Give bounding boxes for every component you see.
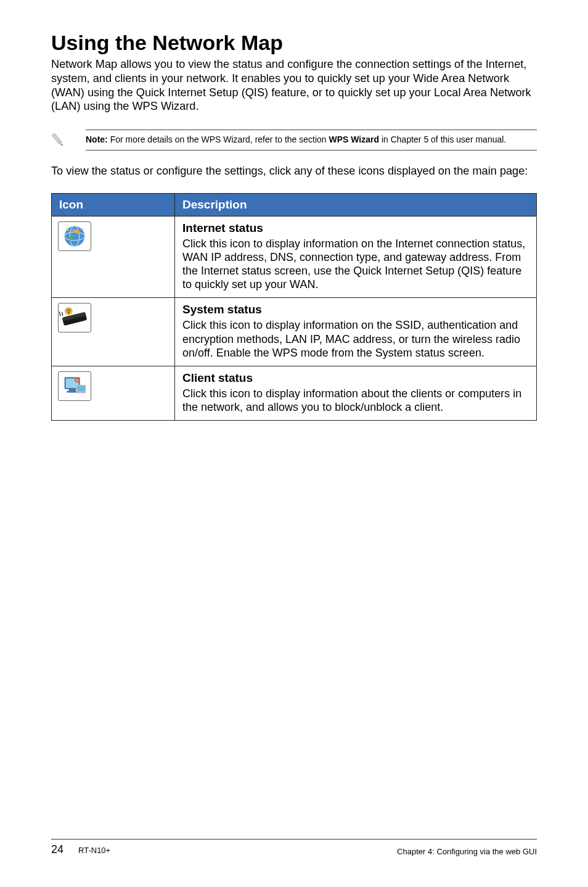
svg-point-7 xyxy=(81,228,83,230)
page-footer: 24 RT-N10+ Chapter 4: Configuring via th… xyxy=(51,839,537,856)
svg-line-10 xyxy=(59,312,60,316)
table-header-description: Description xyxy=(175,193,537,216)
table-row: Internet status Click this icon to displ… xyxy=(52,216,537,298)
table-header-icon: Icon xyxy=(52,193,175,216)
note-strong: WPS Wizard xyxy=(329,134,379,144)
note-text-after: in Chapter 5 of this user manual. xyxy=(379,134,506,144)
pencil-icon xyxy=(51,131,65,149)
svg-rect-16 xyxy=(68,389,76,391)
svg-rect-0 xyxy=(52,133,61,143)
icons-table: Icon Description I xyxy=(51,193,537,421)
svg-point-6 xyxy=(67,228,69,231)
icon-cell xyxy=(52,298,175,366)
description-title: System status xyxy=(182,303,529,316)
chapter-label: Chapter 4: Configuring via the web GUI xyxy=(397,847,537,856)
footer-left: 24 RT-N10+ xyxy=(51,843,110,856)
description-cell: Client status Click this icon to display… xyxy=(175,366,537,420)
table-row: Client status Click this icon to display… xyxy=(52,366,537,420)
lead-paragraph: To view the status or configure the sett… xyxy=(51,164,537,178)
description-title: Client status xyxy=(182,371,529,385)
description-body: Click this icon to display information o… xyxy=(182,237,529,292)
icon-cell xyxy=(52,216,175,298)
svg-rect-19 xyxy=(77,386,85,391)
svg-line-11 xyxy=(62,313,62,316)
system-status-icon xyxy=(58,303,91,332)
description-body: Click this icon to display information o… xyxy=(182,318,529,359)
svg-rect-13 xyxy=(68,311,70,314)
icon-cell xyxy=(52,366,175,420)
description-body: Click this icon to display information a… xyxy=(182,387,529,414)
note-box: Note: For more details on the WPS Wizard… xyxy=(86,130,537,151)
description-cell: System status Click this icon to display… xyxy=(175,298,537,366)
internet-status-icon xyxy=(58,221,91,251)
page-heading: Using the Network Map xyxy=(51,31,537,55)
svg-rect-17 xyxy=(67,391,77,393)
note-callout: Note: For more details on the WPS Wizard… xyxy=(51,130,537,151)
client-status-icon xyxy=(58,371,91,401)
page-number: 24 xyxy=(51,843,63,856)
svg-point-21 xyxy=(76,379,78,381)
description-title: Internet status xyxy=(182,221,529,235)
table-row: System status Click this icon to display… xyxy=(52,298,537,366)
note-text-before: For more details on the WPS Wizard, refe… xyxy=(108,134,329,144)
description-cell: Internet status Click this icon to displ… xyxy=(175,216,537,298)
product-name: RT-N10+ xyxy=(78,846,110,855)
note-label: Note: xyxy=(86,134,108,144)
intro-paragraph: Network Map allows you to view the statu… xyxy=(51,57,537,113)
